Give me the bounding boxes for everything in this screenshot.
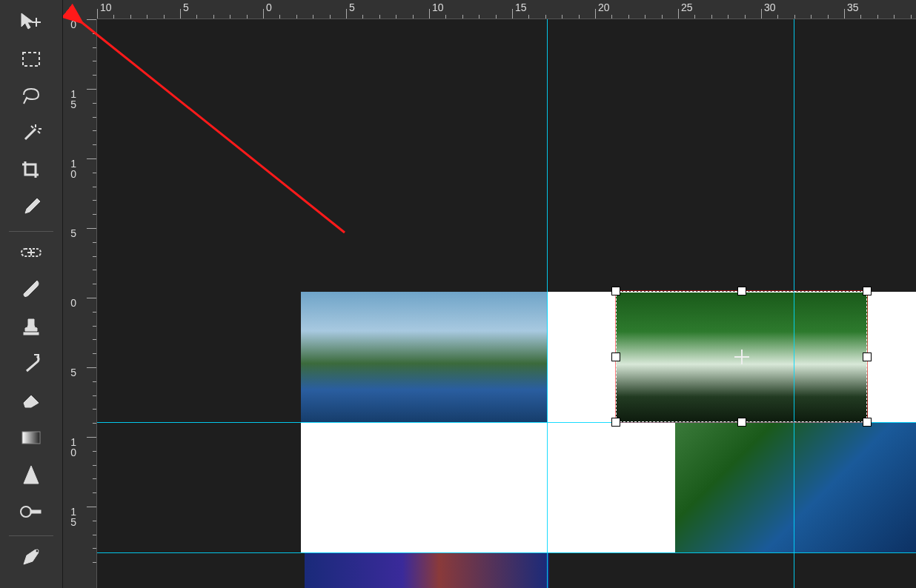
transform-center-icon xyxy=(734,350,749,364)
svg-point-15 xyxy=(21,507,31,517)
ruler-h-label: 30 xyxy=(764,1,776,13)
stamp-icon xyxy=(21,316,42,340)
magic-wand-tool[interactable] xyxy=(9,118,53,151)
brush-icon xyxy=(21,279,42,303)
stamp-tool[interactable] xyxy=(9,312,53,344)
guide-horizontal[interactable] xyxy=(97,422,916,423)
ruler-h-label: 10 xyxy=(100,1,112,13)
ruler-h-label: 10 xyxy=(432,1,444,13)
transform-handle[interactable] xyxy=(737,287,746,295)
rect-select-tool[interactable] xyxy=(9,44,53,77)
ruler-h-label: 0 xyxy=(266,1,272,13)
wand-icon xyxy=(21,123,42,147)
eyedropper-icon xyxy=(21,197,42,221)
transform-handle[interactable] xyxy=(863,287,872,295)
ruler-corner xyxy=(63,0,97,19)
ruler-v-label: 15 xyxy=(63,89,76,110)
ruler-vertical[interactable]: 015105051015 xyxy=(63,19,97,588)
move-icon xyxy=(20,12,42,36)
svg-marker-0 xyxy=(21,13,33,29)
transform-handle[interactable] xyxy=(863,353,872,361)
dodge-tool[interactable] xyxy=(9,497,53,529)
tool-separator xyxy=(9,231,53,232)
svg-rect-12 xyxy=(24,333,39,335)
svg-line-7 xyxy=(31,126,33,128)
guide-vertical[interactable] xyxy=(547,19,548,588)
ruler-v-label: 5 xyxy=(63,367,76,378)
ruler-h-label: 5 xyxy=(349,1,355,13)
image-landscape-lake[interactable] xyxy=(301,292,548,422)
healing-tool[interactable] xyxy=(9,238,53,270)
transform-handle[interactable] xyxy=(863,418,872,427)
lasso-tool[interactable] xyxy=(9,81,53,114)
toolbox xyxy=(0,0,63,588)
rect-select-icon xyxy=(21,51,41,70)
svg-point-17 xyxy=(36,549,39,552)
ruler-h-label: 15 xyxy=(515,1,527,13)
tool-separator xyxy=(9,535,53,536)
eraser-icon xyxy=(21,392,42,412)
eraser-tool[interactable] xyxy=(9,386,53,418)
ruler-h-label: 35 xyxy=(847,1,859,13)
ruler-v-label: 0 xyxy=(63,19,76,30)
healing-icon xyxy=(20,244,42,264)
svg-line-8 xyxy=(38,131,40,133)
sharpen-tool[interactable] xyxy=(9,460,53,492)
brush-tool[interactable] xyxy=(9,275,53,307)
pen-icon xyxy=(21,547,42,570)
pen-tool[interactable] xyxy=(9,542,53,575)
move-tool[interactable] xyxy=(9,7,53,40)
svg-rect-16 xyxy=(30,510,41,513)
image-dark-scene[interactable] xyxy=(305,552,549,588)
svg-marker-14 xyxy=(24,466,39,484)
ruler-v-label: 15 xyxy=(63,507,76,527)
ruler-h-label: 20 xyxy=(598,1,610,13)
sharpen-icon xyxy=(22,464,40,488)
eyedropper-tool[interactable] xyxy=(9,193,53,225)
ruler-horizontal[interactable]: 1050510152025303540 xyxy=(97,0,916,19)
guide-horizontal[interactable] xyxy=(97,552,916,553)
ruler-h-label: 5 xyxy=(183,1,189,13)
ruler-v-label: 5 xyxy=(63,228,76,238)
transform-handle[interactable] xyxy=(611,353,620,361)
workspace: 1050510152025303540 015105051015 xyxy=(63,0,916,588)
dodge-icon xyxy=(20,504,42,523)
crop-tool[interactable] xyxy=(9,156,53,188)
lasso-icon xyxy=(21,87,42,108)
ruler-v-label: 10 xyxy=(63,437,76,458)
svg-line-4 xyxy=(25,129,36,139)
transform-handle[interactable] xyxy=(611,287,620,295)
svg-rect-13 xyxy=(22,432,40,444)
ruler-v-label: 0 xyxy=(63,298,76,308)
history-icon xyxy=(21,353,42,377)
svg-rect-3 xyxy=(23,53,39,66)
gradient-icon xyxy=(21,430,42,448)
crop-icon xyxy=(21,160,42,184)
ruler-v-label: 10 xyxy=(63,158,76,179)
gradient-tool[interactable] xyxy=(9,423,53,455)
canvas[interactable] xyxy=(97,19,916,588)
history-brush-tool[interactable] xyxy=(9,349,53,381)
image-fjord[interactable] xyxy=(675,422,916,552)
transform-handle[interactable] xyxy=(737,418,746,427)
ruler-h-label: 25 xyxy=(681,1,693,13)
transform-handle[interactable] xyxy=(611,418,620,427)
